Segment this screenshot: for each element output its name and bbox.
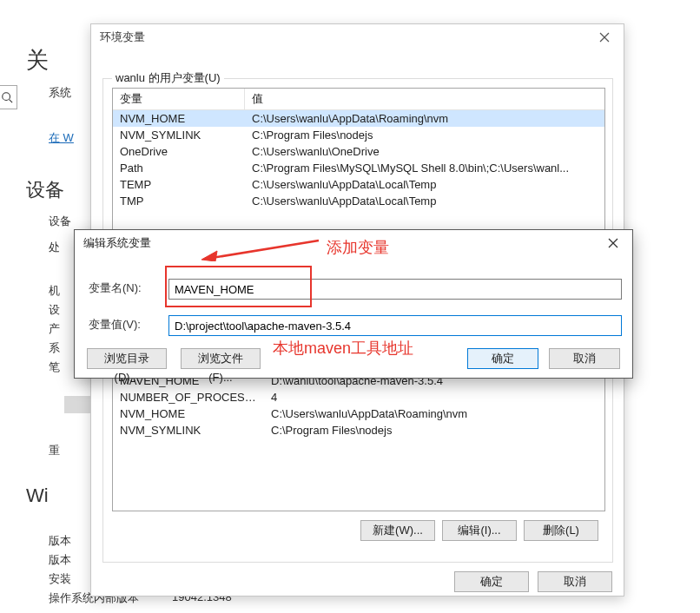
bg-cpu-label: 处 (49, 240, 60, 255)
env-titlebar: 环境变量 (91, 24, 624, 50)
close-icon (608, 238, 618, 248)
sys-delete-button[interactable]: 删除(L) (524, 520, 598, 541)
table-row[interactable]: NUMBER_OF_PROCESSORS4 (113, 389, 604, 405)
close-icon (599, 32, 610, 43)
env-close-button[interactable] (591, 28, 618, 47)
browse-file-button[interactable]: 浏览文件(F)... (181, 348, 261, 369)
system-variables-table[interactable]: JAVA_HOMED:\wanlu\tool\jdk1.8.0_191\jdk1… (112, 355, 605, 511)
annotation-add-var: 添加变量 (327, 237, 389, 258)
table-row[interactable]: PathC:\Program Files\MySQL\MySQL Shell 8… (113, 160, 604, 176)
cell-var-value: C:\Program Files\nodejs (264, 422, 604, 438)
cell-var-value: C:\Users\wanlu\AppData\Roaming\nvm (264, 405, 604, 422)
table-row[interactable]: OneDriveC:\Users\wanlu\OneDrive (113, 143, 604, 160)
edit-dialog-title: 编辑系统变量 (83, 235, 151, 251)
cell-var-value: C:\Program Files\nodejs (245, 127, 604, 143)
variable-name-input[interactable] (168, 279, 622, 300)
bg-rename-label: 重 (49, 443, 60, 458)
bg-gray-highlight (64, 396, 94, 413)
cell-var-name: NUMBER_OF_PROCESSORS (113, 389, 264, 405)
env-cancel-button[interactable]: 取消 (538, 571, 612, 592)
bg-pen-label: 笔 (49, 359, 60, 375)
cell-var-name: OneDrive (113, 143, 245, 160)
browse-directory-button[interactable]: 浏览目录(D)... (87, 348, 167, 369)
cell-var-value: 4 (264, 389, 604, 405)
env-ok-button[interactable]: 确定 (454, 571, 529, 592)
variable-value-label: 变量值(V): (89, 317, 167, 333)
table-header: 变量 值 (113, 89, 604, 110)
annotation-maven-path: 本地maven工具地址 (273, 338, 413, 359)
svg-point-0 (3, 93, 10, 101)
bg-sett-label: 设 (49, 302, 60, 318)
cell-var-value: C:\Users\wanlu\AppData\Local\Temp (245, 176, 604, 193)
edit-ok-button[interactable]: 确定 (467, 348, 538, 369)
cell-var-name: TEMP (113, 176, 245, 193)
col-header-variable[interactable]: 变量 (113, 89, 245, 110)
cell-var-value: C:\Program Files\MySQL\MySQL Shell 8.0\b… (245, 160, 604, 176)
user-variables-table[interactable]: 变量 值 NVM_HOMEC:\Users\wanlu\AppData\Roam… (112, 88, 605, 247)
bg-about-header: 关 (26, 45, 49, 76)
bg-sys-label: 系 (49, 340, 60, 356)
variable-value-input[interactable] (168, 315, 622, 336)
bg-ver2-label: 版本 (49, 552, 71, 568)
cell-var-name: NVM_SYMLINK (113, 422, 264, 438)
edit-close-button[interactable] (599, 234, 627, 253)
edit-cancel-button[interactable]: 取消 (549, 348, 620, 369)
bg-devices-header: 设备 (26, 177, 64, 203)
cell-var-name: NVM_SYMLINK (113, 127, 245, 143)
sys-edit-button[interactable]: 编辑(I)... (442, 520, 517, 541)
user-vars-legend: wanlu 的用户变量(U) (112, 70, 224, 86)
svg-line-1 (10, 100, 13, 103)
bg-winspec-header: Wi (26, 484, 49, 507)
table-row[interactable]: TMPC:\Users\wanlu\AppData\Local\Temp (113, 193, 604, 209)
cell-var-name: NVM_HOME (113, 405, 264, 422)
bg-machine-label: 机 (49, 283, 60, 299)
sys-new-button[interactable]: 新建(W)... (360, 520, 435, 541)
bg-install-label: 安装 (49, 571, 71, 587)
cell-var-value: C:\Users\wanlu\AppData\Local\Temp (245, 193, 604, 209)
cell-var-value: C:\Users\wanlu\OneDrive (245, 143, 604, 160)
cell-var-value: C:\Users\wanlu\AppData\Roaming\nvm (245, 110, 604, 127)
bg-systems-label: 系统 (49, 85, 71, 101)
search-icon (1, 91, 13, 103)
search-input-collapsed[interactable] (0, 85, 17, 109)
col-header-value[interactable]: 值 (245, 89, 604, 110)
env-dialog-title: 环境变量 (100, 30, 145, 45)
cell-var-name: TMP (113, 193, 245, 209)
bg-prod-label: 产 (49, 321, 60, 337)
table-row[interactable]: NVM_HOMEC:\Users\wanlu\AppData\Roaming\n… (113, 110, 604, 127)
table-row[interactable]: TEMPC:\Users\wanlu\AppData\Local\Temp (113, 176, 604, 193)
cell-var-name: NVM_HOME (113, 110, 245, 127)
bg-device-label: 设备 (49, 214, 71, 229)
bg-link-windows[interactable]: 在 W (49, 130, 74, 146)
variable-name-label: 变量名(N): (89, 280, 167, 296)
table-row[interactable]: NVM_SYMLINKC:\Program Files\nodejs (113, 127, 604, 143)
table-row[interactable]: NVM_SYMLINKC:\Program Files\nodejs (113, 422, 604, 438)
bg-version-label: 版本 (49, 533, 71, 549)
table-row[interactable]: NVM_HOMEC:\Users\wanlu\AppData\Roaming\n… (113, 405, 604, 422)
cell-var-name: Path (113, 160, 245, 176)
